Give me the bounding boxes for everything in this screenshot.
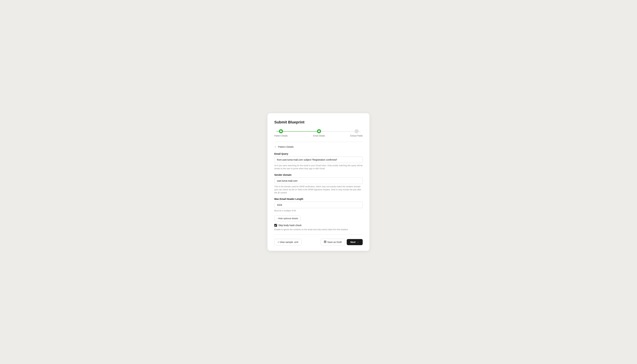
next-button[interactable]: Next → [347,239,363,245]
footer-right: Save as Draft Next → [321,239,363,245]
skip-body-hash-checkbox[interactable] [274,224,277,227]
footer: + View sample .eml Save as Draft Next → [274,239,363,245]
email-query-input[interactable] [274,156,363,163]
submit-blueprint-modal: Submit Blueprint Pattern Details Email D… [267,113,370,251]
sender-domain-label: Sender domain [274,174,363,176]
back-arrow-icon: ← [274,145,277,148]
max-header-length-label: Max Email Header Length [274,198,363,200]
modal-title: Submit Blueprint [274,120,363,124]
back-link[interactable]: ← Pattern Details [274,145,363,148]
next-arrow-icon: → [357,241,359,244]
save-draft-icon [324,240,326,244]
toggle-optional-details-button[interactable]: - Hide optional details [274,216,301,221]
step-dot-inner-email-details [318,130,320,132]
step-pattern-details: Pattern Details [274,129,288,137]
toggle-optional-details-label: - Hide optional details [277,217,298,220]
email-query-group: Email Query As if you were searching for… [274,152,363,170]
top-divider [274,142,363,142]
svg-rect-1 [325,241,326,242]
skip-body-hash-row: Skip body hash check [274,224,363,227]
skip-body-hash-hint: Enable to ignore the contents on the ema… [274,228,363,231]
save-draft-label: Save as Draft [327,241,342,244]
max-header-length-group: Max Email Header Length Must be a multip… [274,198,363,212]
sender-domain-group: Sender domain This is the domain used fo… [274,174,363,194]
next-label: Next [351,241,356,244]
view-sample-label: + View sample .eml [277,241,298,244]
skip-body-hash-label[interactable]: Skip body hash check [278,224,301,227]
max-header-length-input[interactable] [274,202,363,208]
svg-rect-2 [324,242,326,242]
step-label-pattern-details: Pattern Details [274,135,288,137]
email-query-hint: As if you were searching for the email i… [274,164,363,170]
step-dot-pattern-details [279,129,283,133]
step-dot-inner-pattern-details [280,130,282,132]
bottom-divider [274,234,363,235]
sender-domain-input[interactable] [274,178,363,184]
step-dot-extract-fields [355,129,359,133]
step-extract-fields: Extract Fields [350,129,363,137]
step-label-email-details: Email Details [313,135,325,137]
step-label-extract-fields: Extract Fields [350,135,363,137]
max-header-length-hint: Must be a multiple of 64 [274,209,363,212]
sender-domain-hint: This is the domain used for DKIM verific… [274,185,363,194]
back-link-label: Pattern Details [278,146,294,148]
step-email-details: Email Details [313,129,325,137]
progress-stepper: Pattern Details Email Details Extract Fi… [274,129,363,137]
email-query-label: Email Query [274,152,363,155]
view-sample-button[interactable]: + View sample .eml [274,239,301,245]
save-draft-button[interactable]: Save as Draft [321,239,345,245]
step-dot-email-details [317,129,321,133]
